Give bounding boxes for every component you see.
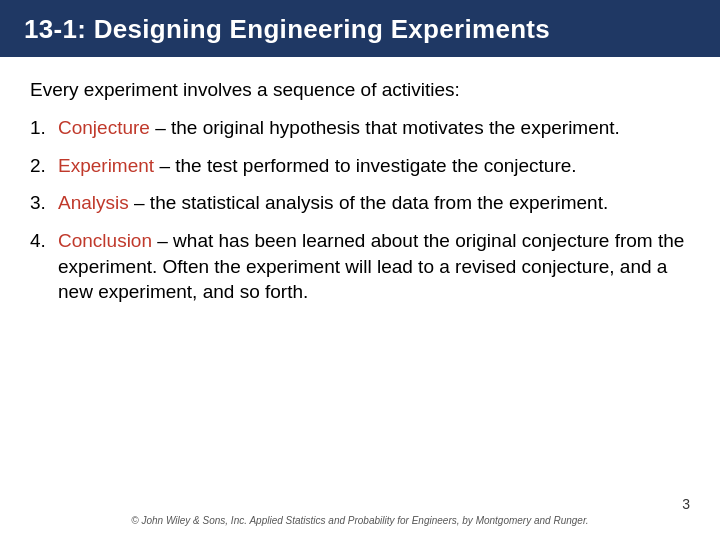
term-experiment: Experiment [58,155,154,176]
term-conclusion: Conclusion [58,230,152,251]
list-number-1: 1. [30,115,58,141]
list-number-3: 3. [30,190,58,216]
slide-title: 13-1: Designing Engineering Experiments [24,14,696,45]
slide-content: Every experiment involves a sequence of … [0,57,720,337]
list-number-2: 2. [30,153,58,179]
term-analysis: Analysis [58,192,129,213]
list-body-3: Analysis – the statistical analysis of t… [58,190,690,216]
intro-text: Every experiment involves a sequence of … [30,79,690,101]
slide-header: 13-1: Designing Engineering Experiments [0,0,720,57]
list-item: 1. Conjecture – the original hypothesis … [30,115,690,141]
list-item: 2. Experiment – the test performed to in… [30,153,690,179]
list-body-4: Conclusion – what has been learned about… [58,228,690,305]
list-number-4: 4. [30,228,58,305]
footer: © John Wiley & Sons, Inc. Applied Statis… [0,510,720,528]
copyright-text: © John Wiley & Sons, Inc. Applied Statis… [131,515,588,526]
desc-2: – the test performed to investigate the … [154,155,576,176]
slide: 13-1: Designing Engineering Experiments … [0,0,720,540]
term-conjecture: Conjecture [58,117,150,138]
list-body-2: Experiment – the test performed to inves… [58,153,690,179]
list-body-1: Conjecture – the original hypothesis tha… [58,115,690,141]
list-item: 3. Analysis – the statistical analysis o… [30,190,690,216]
desc-1: – the original hypothesis that motivates… [150,117,620,138]
desc-3: – the statistical analysis of the data f… [129,192,608,213]
list-item: 4. Conclusion – what has been learned ab… [30,228,690,305]
desc-4: – what has been learned about the origin… [58,230,684,302]
